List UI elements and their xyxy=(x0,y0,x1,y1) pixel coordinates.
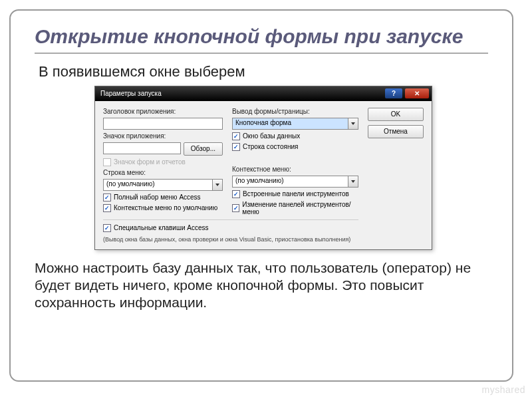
special-keys-note: (Вывод окна базы данных, окна проверки и… xyxy=(103,236,358,243)
dialog-titlebar: Параметры запуска ? ✕ xyxy=(95,86,432,101)
shortcut-menu-label: Контекстное меню: xyxy=(232,166,358,173)
slide-title: Открытие кнопочной формы при запуске xyxy=(35,25,488,49)
checkbox-icon: ✓ xyxy=(232,204,239,212)
app-icon-label: Значок приложения: xyxy=(103,132,223,140)
browse-button[interactable]: Обзор... xyxy=(184,142,223,156)
shortcut-menu-combo[interactable]: (по умолчанию) xyxy=(232,176,358,188)
app-title-label: Заголовок приложения: xyxy=(103,108,223,115)
display-form-label: Вывод формы/страницы: xyxy=(232,108,358,115)
intro-text: В появившемся окне выберем xyxy=(39,63,488,80)
startup-dialog: Параметры запуска ? ✕ Заголовок приложен… xyxy=(94,86,432,250)
chevron-down-icon[interactable] xyxy=(212,180,222,190)
title-divider xyxy=(35,53,488,54)
shortcut-menus-checkbox[interactable]: ✓ Контекстные меню по умолчанию xyxy=(103,204,223,212)
cancel-button[interactable]: Отмена xyxy=(368,125,424,138)
full-menus-checkbox[interactable]: ✓ Полный набор меню Access xyxy=(103,194,223,201)
right-column: Вывод формы/страницы: Кнопочная форма ✓ … xyxy=(232,108,358,215)
checkbox-icon xyxy=(103,158,111,166)
chevron-down-icon[interactable] xyxy=(348,118,358,129)
app-title-input[interactable] xyxy=(103,118,223,130)
status-bar-checkbox[interactable]: ✓ Строка состояния xyxy=(232,143,358,151)
watermark: myshared xyxy=(482,384,525,395)
checkbox-icon: ✓ xyxy=(232,143,240,151)
special-keys-checkbox[interactable]: ✓ Специальные клавиши Access xyxy=(103,224,358,232)
menu-bar-label: Строка меню: xyxy=(103,169,223,176)
menu-bar-combo[interactable]: (по умолчанию) xyxy=(103,179,223,191)
chevron-down-icon[interactable] xyxy=(348,176,358,187)
checkbox-icon: ✓ xyxy=(232,132,240,140)
spacer xyxy=(232,154,358,163)
form-report-icon-checkbox: Значок форм и отчетов xyxy=(103,158,223,166)
status-bar-label: Строка состояния xyxy=(243,143,299,150)
db-window-checkbox[interactable]: ✓ Окно базы данных xyxy=(232,132,358,140)
checkbox-icon: ✓ xyxy=(103,204,111,212)
checkbox-icon: ✓ xyxy=(103,194,111,201)
app-icon-input[interactable] xyxy=(103,142,181,154)
bottom-section: ✓ Специальные клавиши Access (Вывод окна… xyxy=(103,224,358,243)
special-keys-label: Специальные клавиши Access xyxy=(114,224,209,231)
display-form-value: Кнопочная форма xyxy=(233,118,348,129)
full-menus-label: Полный набор меню Access xyxy=(114,194,201,201)
close-button[interactable]: ✕ xyxy=(405,88,429,98)
menu-bar-value: (по умолчанию) xyxy=(104,180,212,190)
dialog-buttons: OK Отмена xyxy=(368,108,434,215)
checkbox-icon: ✓ xyxy=(232,190,240,198)
display-form-combo[interactable]: Кнопочная форма xyxy=(232,118,358,130)
checkbox-icon: ✓ xyxy=(103,224,111,232)
toolbar-changes-checkbox[interactable]: ✓ Изменение панелей инструментов/меню xyxy=(232,201,358,215)
left-column: Заголовок приложения: Значок приложения:… xyxy=(103,108,223,215)
slide-frame: Открытие кнопочной формы при запуске В п… xyxy=(9,9,513,382)
ok-button[interactable]: OK xyxy=(368,108,424,121)
help-button[interactable]: ? xyxy=(385,88,402,98)
toolbars-label: Встроенные панели инструментов xyxy=(243,190,349,198)
separator xyxy=(103,219,358,220)
outro-text: Можно настроить базу данных так, что пол… xyxy=(35,259,488,312)
shortcut-menus-label: Контекстные меню по умолчанию xyxy=(114,204,217,211)
toolbar-changes-label: Изменение панелей инструментов/меню xyxy=(242,201,358,215)
form-report-icon-label: Значок форм и отчетов xyxy=(114,158,186,166)
toolbars-checkbox[interactable]: ✓ Встроенные панели инструментов xyxy=(232,190,358,198)
db-window-label: Окно базы данных xyxy=(243,132,300,140)
shortcut-menu-value: (по умолчанию) xyxy=(233,176,348,187)
dialog-title: Параметры запуска xyxy=(100,90,382,97)
